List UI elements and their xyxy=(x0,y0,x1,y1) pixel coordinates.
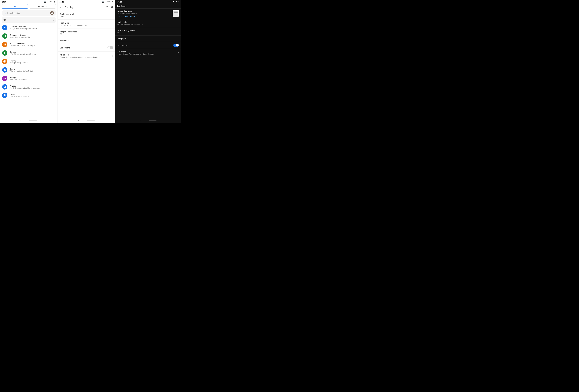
advanced-title: Advanced xyxy=(60,54,100,56)
back-button-2b[interactable]: ‹ xyxy=(78,119,79,121)
settings-item-display[interactable]: Display Wallpaper, sleep, font size xyxy=(0,57,58,66)
a-icon-2: A xyxy=(104,1,105,3)
screenshot-actions: Share Edit Delete xyxy=(117,15,137,17)
battery-settings-icon xyxy=(2,50,7,56)
display-item-adaptive[interactable]: Adaptive brightness Off xyxy=(58,28,115,37)
dark-vibrate-icon xyxy=(173,1,174,3)
connected-title: Connected devices xyxy=(9,34,55,36)
screenshot-thumbnail[interactable] xyxy=(173,10,179,17)
battery-icon xyxy=(54,1,56,3)
information-button[interactable]: information xyxy=(29,4,56,9)
home-pill-2[interactable] xyxy=(87,120,95,120)
edit-button[interactable]: Edit xyxy=(125,15,128,17)
display-header-icons xyxy=(106,5,113,9)
settings-item-network[interactable]: Network & internet Wi-Fi, mobile, data u… xyxy=(0,23,58,32)
dark-time: 10:10 xyxy=(117,1,122,3)
search-button-display[interactable] xyxy=(106,5,109,9)
status-bar-2: 10:10 📷 A • xyxy=(58,0,115,4)
dark-item-advanced[interactable]: Advanced Screen timeout, Auto-rotate scr… xyxy=(115,49,181,57)
privacy-icon xyxy=(2,84,7,90)
vibrate-icon xyxy=(49,1,51,3)
settings-item-battery[interactable]: Battery 96% - Should last until about 7:… xyxy=(0,49,58,57)
network-icon xyxy=(2,25,7,30)
display-item-wallpaper[interactable]: Wallpaper xyxy=(58,37,115,44)
settings-item-location[interactable]: Location 3 apps have access to location xyxy=(0,91,58,100)
storage-text: Storage 36% used - 41.17 GB free xyxy=(9,76,55,81)
bottom-nav-1: ‹ xyxy=(0,117,58,123)
connected-icon xyxy=(2,33,7,39)
system-icon xyxy=(117,5,120,7)
you-button[interactable]: you xyxy=(1,4,28,9)
dark-night-light-title: Night Light xyxy=(117,21,179,23)
search-input[interactable] xyxy=(7,12,49,14)
dark-panel: 10:10 System Screenshot saved Tap to vie… xyxy=(115,0,181,123)
display-items-list: Brightness level 100% Night Light Off / … xyxy=(58,11,115,117)
toggle-blue-thumb xyxy=(176,44,179,47)
sound-icon xyxy=(2,67,7,73)
dark-adaptive-sub: Off xyxy=(117,32,179,34)
storage-title: Storage xyxy=(9,76,55,79)
network-sub: Wi-Fi, mobile, data usage, and hotspot xyxy=(9,28,55,30)
display-item-brightness[interactable]: Brightness level 100% xyxy=(58,11,115,20)
dark-item-wallpaper[interactable]: Wallpaper xyxy=(115,36,181,42)
location-icon: A xyxy=(46,1,47,3)
dark-item-dark-theme[interactable]: Dark theme xyxy=(115,42,181,49)
advanced-sub: Screen timeout, Auto-rotate screen, Colo… xyxy=(60,56,100,58)
brightness-sub: 100% xyxy=(60,15,113,17)
settings-item-storage[interactable]: Storage 36% used - 41.17 GB free xyxy=(0,74,58,83)
dark-home-pill[interactable] xyxy=(148,120,156,120)
settings-list: Network & internet Wi-Fi, mobile, data u… xyxy=(0,23,58,117)
help-button-display[interactable] xyxy=(110,5,113,9)
wallpaper-title: Wallpaper xyxy=(60,40,113,42)
privacy-text: Privacy Permissions, account activity, p… xyxy=(9,85,55,89)
dark-theme-toggle-2[interactable] xyxy=(173,44,179,47)
camera-icon: 📷 xyxy=(44,1,46,3)
back-button-2[interactable]: ← xyxy=(60,6,63,9)
screenshot-title: Screenshot saved xyxy=(117,10,137,12)
dark-item-night-light[interactable]: Night Light Off / Will never turn on aut… xyxy=(115,19,181,27)
display-item-night-light[interactable]: Night Light Off / Will never turn on aut… xyxy=(58,20,115,28)
system-header: System xyxy=(115,4,181,9)
vibrate-row[interactable]: ∨ xyxy=(1,17,56,23)
share-button[interactable]: Share xyxy=(117,15,122,17)
settings-item-apps[interactable]: Apps & notifications Assistant, recent a… xyxy=(0,40,58,49)
time-2: 10:10 xyxy=(60,1,64,3)
settings-item-sound[interactable]: Sound Volume, vibration, Do Not Disturb xyxy=(0,66,58,74)
advanced-chevron: ∨ xyxy=(111,55,113,57)
dark-advanced-chevron: ∨ xyxy=(177,52,179,54)
apps-icon xyxy=(2,42,7,47)
screenshot-text: Screenshot saved Tap to view your screen… xyxy=(117,10,137,17)
dark-back-button[interactable]: ‹ xyxy=(140,119,141,121)
dark-theme-toggle[interactable] xyxy=(107,46,113,49)
dark-advanced-text: Advanced Screen timeout, Auto-rotate scr… xyxy=(117,51,154,55)
wifi-icon-2 xyxy=(109,1,111,3)
network-text: Network & internet Wi-Fi, mobile, data u… xyxy=(9,25,55,30)
thumb-inner xyxy=(173,11,178,16)
storage-icon xyxy=(2,76,7,81)
home-pill-1[interactable] xyxy=(29,120,37,120)
status-icons-2: 📷 A • xyxy=(102,1,113,3)
avatar[interactable] xyxy=(50,11,54,15)
dark-item-adaptive[interactable]: Adaptive brightness Off xyxy=(115,27,181,36)
dark-advanced-row: Advanced Screen timeout, Auto-rotate scr… xyxy=(117,51,179,55)
vibrate-mode-icon xyxy=(3,19,6,21)
dot-icon: • xyxy=(48,1,49,3)
settings-item-connected[interactable]: Connected devices Bluetooth, driving mod… xyxy=(0,32,58,40)
privacy-title: Privacy xyxy=(9,85,55,87)
dark-wallpaper-title: Wallpaper xyxy=(117,38,179,40)
battery-sub: 96% - Should last until about 7:30 AM xyxy=(9,53,55,55)
settings-item-privacy[interactable]: Privacy Permissions, account activity, p… xyxy=(0,83,58,91)
delete-button[interactable]: Delete xyxy=(130,15,135,17)
status-bar-1: 10:10 📷 A • xyxy=(0,0,58,4)
settings-panel: 10:10 📷 A • you information xyxy=(0,0,58,123)
display-item-advanced[interactable]: Advanced Screen timeout, Auto-rotate scr… xyxy=(58,52,115,60)
battery-icon-2 xyxy=(112,1,113,3)
display-title: Display xyxy=(9,59,55,61)
display-item-dark-theme[interactable]: Dark theme xyxy=(58,44,115,52)
dot-icon-2: • xyxy=(106,1,107,3)
connected-sub: Bluetooth, driving mode, NFC xyxy=(9,36,55,38)
svg-rect-0 xyxy=(118,5,120,6)
screenshot-notification[interactable]: Screenshot saved Tap to view your screen… xyxy=(115,9,181,19)
search-bar[interactable] xyxy=(1,10,56,16)
back-button-1[interactable]: ‹ xyxy=(20,119,21,121)
